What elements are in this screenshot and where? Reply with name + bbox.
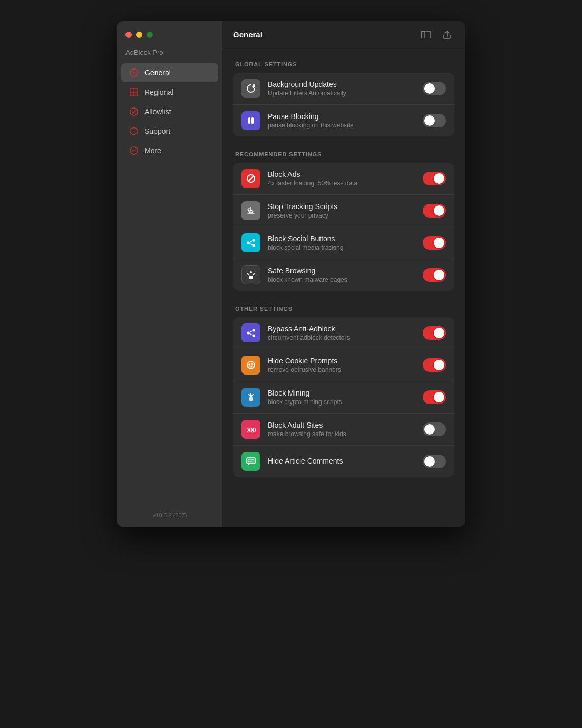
safe-browsing-title: Safe Browsing (268, 267, 415, 275)
pause-blocking-toggle[interactable] (423, 114, 446, 127)
stop-tracking-toggle[interactable] (423, 204, 446, 218)
svg-rect-13 (248, 117, 250, 124)
safe-browsing-icon (241, 265, 260, 284)
block-ads-knob (434, 173, 444, 184)
background-updates-row: Background Updates Update Filters Automa… (233, 73, 454, 105)
regional-label: Regional (144, 88, 173, 96)
block-mining-icon (241, 388, 260, 407)
block-ads-row: Block Ads 4x faster loading, 50% less da… (233, 163, 454, 195)
other-settings-header: OTHER SETTINGS (233, 306, 454, 312)
recommended-settings-header: RECOMMENDED SETTINGS (233, 151, 454, 158)
svg-point-35 (249, 364, 250, 366)
general-label: General (144, 68, 171, 77)
block-social-toggle[interactable] (423, 236, 446, 250)
stop-tracking-text: Stop Tracking Scripts preserve your priv… (268, 202, 415, 219)
hide-comments-text: Hide Article Comments (268, 457, 415, 466)
global-settings-header: GLOBAL SETTINGS (233, 61, 454, 67)
sidebar-nav: General Regional (117, 63, 222, 161)
svg-point-20 (253, 244, 255, 247)
hide-comments-knob (424, 456, 435, 467)
block-ads-title: Block Ads (268, 170, 415, 179)
block-social-text: Block Social Buttons block social media … (268, 234, 415, 251)
svg-rect-14 (251, 117, 254, 124)
bypass-antiadblock-row: Bypass Anti-Adblock circumvent adblock d… (233, 317, 454, 349)
pause-blocking-title: Pause Blocking (268, 112, 415, 121)
block-ads-subtitle: 4x faster loading, 50% less data (268, 180, 415, 187)
svg-point-30 (253, 329, 255, 332)
hide-cookie-row: Hide Cookie Prompts remove obtrusive ban… (233, 349, 454, 381)
block-adult-row: xxx Block Adult Sites make browsing safe… (233, 414, 454, 446)
pause-blocking-icon (241, 111, 260, 130)
svg-rect-42 (249, 397, 253, 401)
support-label: Support (144, 127, 170, 135)
safe-browsing-toggle[interactable] (423, 268, 446, 282)
sidebar-item-regional[interactable]: Regional (121, 83, 218, 102)
share-button[interactable] (440, 27, 454, 42)
sidebar-toggle-button[interactable] (419, 27, 433, 42)
safe-browsing-subtitle: block known malware pages (268, 276, 415, 283)
safe-browsing-knob (434, 270, 444, 280)
block-social-title: Block Social Buttons (268, 234, 415, 243)
svg-point-31 (253, 335, 255, 337)
other-settings-group: Bypass Anti-Adblock circumvent adblock d… (233, 317, 454, 477)
hide-cookie-toggle[interactable] (423, 358, 446, 372)
stop-tracking-row: Stop Tracking Scripts preserve your priv… (233, 195, 454, 227)
block-social-icon (241, 233, 260, 252)
settings-content: GLOBAL SETTINGS Background Updates Updat… (222, 48, 465, 527)
version-label: v10.5.2 (207) (117, 512, 222, 518)
block-adult-knob (424, 424, 435, 435)
main-titlebar: General (222, 21, 465, 48)
svg-point-27 (248, 273, 249, 274)
allowlist-label: Allowlist (144, 107, 171, 116)
background-updates-subtitle: Update Filters Automatically (268, 90, 415, 97)
recommended-settings-group: Block Ads 4x faster loading, 50% less da… (233, 163, 454, 291)
svg-line-16 (248, 176, 254, 182)
block-adult-text: Block Adult Sites make browsing safe for… (268, 421, 415, 438)
bypass-antiadblock-toggle[interactable] (423, 326, 446, 340)
sidebar-item-more[interactable]: More (121, 141, 218, 160)
background-updates-toggle[interactable] (423, 82, 446, 95)
general-icon (129, 67, 139, 78)
block-mining-subtitle: block crypto mining scripts (268, 398, 415, 406)
global-settings-group: Background Updates Update Filters Automa… (233, 73, 454, 136)
bypass-antiadblock-knob (434, 328, 444, 338)
background-updates-text: Background Updates Update Filters Automa… (268, 80, 415, 97)
svg-point-9 (133, 150, 134, 151)
hide-cookie-text: Hide Cookie Prompts remove obtrusive ban… (268, 357, 415, 373)
block-adult-subtitle: make browsing safe for kids (268, 430, 415, 438)
svg-text:xxx: xxx (247, 426, 256, 434)
close-button[interactable] (125, 32, 132, 38)
support-icon (129, 126, 139, 136)
svg-point-38 (249, 366, 250, 367)
maximize-button[interactable] (147, 32, 153, 38)
svg-point-18 (247, 242, 250, 244)
sidebar-item-general[interactable]: General (121, 63, 218, 82)
block-mining-title: Block Mining (268, 389, 415, 397)
minimize-button[interactable] (136, 32, 142, 38)
svg-point-6 (130, 108, 138, 115)
block-ads-toggle[interactable] (423, 172, 446, 185)
bypass-antiadblock-icon (241, 323, 260, 342)
app-name: AdBlock Pro (117, 48, 222, 63)
pause-blocking-text: Pause Blocking pause blocking on this we… (268, 112, 415, 129)
block-social-row: Block Social Buttons block social media … (233, 227, 454, 259)
pause-blocking-subtitle: pause blocking on this website (268, 122, 415, 129)
sidebar-item-support[interactable]: Support (121, 122, 218, 141)
block-mining-toggle[interactable] (423, 390, 446, 404)
svg-point-34 (247, 361, 255, 369)
svg-line-32 (249, 331, 253, 332)
svg-rect-44 (247, 458, 255, 464)
hide-comments-row: Hide Article Comments (233, 446, 454, 477)
block-adult-title: Block Adult Sites (268, 421, 415, 429)
hide-cookie-knob (434, 360, 444, 370)
block-adult-toggle[interactable] (423, 422, 446, 436)
hide-comments-toggle[interactable] (423, 455, 446, 468)
bypass-antiadblock-text: Bypass Anti-Adblock circumvent adblock d… (268, 324, 415, 341)
hide-comments-title: Hide Article Comments (268, 457, 415, 465)
svg-point-25 (250, 271, 252, 273)
sidebar-item-allowlist[interactable]: Allowlist (121, 102, 218, 121)
allowlist-icon (129, 106, 139, 117)
background-updates-knob (424, 83, 435, 94)
stop-tracking-subtitle: preserve your privacy (268, 212, 415, 219)
background-updates-title: Background Updates (268, 80, 415, 88)
